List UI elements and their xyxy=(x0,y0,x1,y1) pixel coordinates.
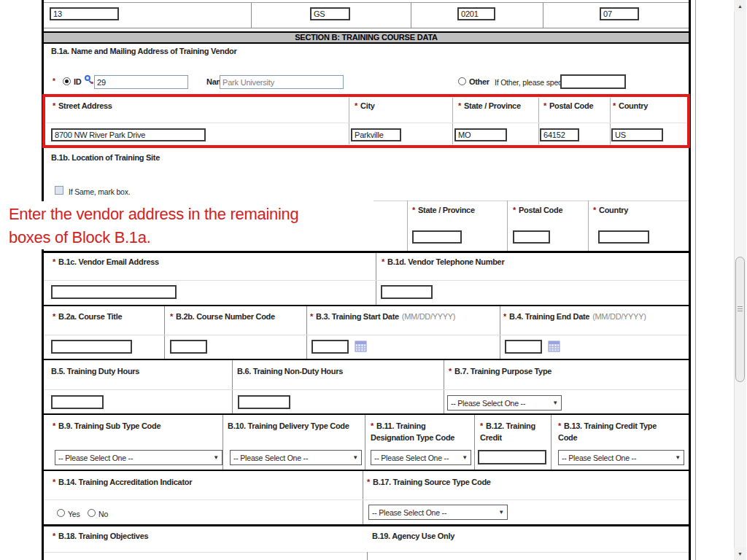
top-field-4[interactable] xyxy=(600,7,639,20)
country-input[interactable] xyxy=(611,128,663,141)
scrollbar-down-icon: ▼ xyxy=(738,551,743,556)
b17-source-select[interactable]: -- Please Select One --▼ xyxy=(368,505,508,520)
search-icon[interactable] xyxy=(85,75,95,85)
b14-no-radio[interactable] xyxy=(88,509,96,517)
b5-divider xyxy=(232,360,233,414)
b2-divider xyxy=(500,306,500,359)
street-input[interactable] xyxy=(51,128,206,141)
b9-bottom-border xyxy=(42,470,691,471)
b3-start-date-input[interactable] xyxy=(311,340,349,354)
b1a-other-radio[interactable] xyxy=(458,77,466,85)
b1d-phone-input[interactable] xyxy=(381,285,433,299)
b14-divider xyxy=(363,471,363,525)
b12-credit-input[interactable] xyxy=(478,450,546,464)
b12-title-line2: Credit xyxy=(480,433,502,442)
top-field-3[interactable] xyxy=(457,7,495,20)
b1a-id-label: ID xyxy=(74,77,81,86)
b1b-country-input[interactable] xyxy=(598,230,649,244)
b2b-title: *B.2b. Course Number Code xyxy=(170,312,275,321)
calendar-icon[interactable] xyxy=(355,340,367,352)
address-divider xyxy=(452,98,453,144)
b14-yes-radio[interactable] xyxy=(57,509,65,517)
calendar-icon[interactable] xyxy=(548,340,560,352)
content-frame-line xyxy=(695,0,696,560)
b1c-email-input[interactable] xyxy=(51,285,177,299)
b14-no-label: No xyxy=(98,510,108,518)
city-input[interactable] xyxy=(351,128,401,141)
b9-title: *B.9. Training Sub Type Code xyxy=(53,421,160,430)
section-b-header: SECTION B: TRAINING COURSE DATA xyxy=(44,31,689,44)
b2b-course-number-input[interactable] xyxy=(170,340,207,354)
b1a-id-input[interactable] xyxy=(94,75,188,89)
b1b-same-label: If Same, mark box. xyxy=(69,187,131,196)
b1a-name-input[interactable] xyxy=(220,75,344,89)
b4-end-date-input[interactable] xyxy=(505,340,542,354)
b6-title: B.6. Training Non-Duty Hours xyxy=(237,367,343,376)
b1c-title: *B.1c. Vendor Email Address xyxy=(53,257,159,266)
b1b-divider xyxy=(507,201,508,252)
city-label: *City xyxy=(355,101,375,110)
b9-divider xyxy=(365,415,365,470)
annotation-line-1: Enter the vendor address in the remainin… xyxy=(9,206,298,223)
b2-divider xyxy=(306,306,307,359)
b9-subtype-select[interactable]: -- Please Select One --▼ xyxy=(55,450,222,465)
top-row-divider xyxy=(543,2,543,28)
top-field-2[interactable] xyxy=(310,7,350,20)
b18-inner-line xyxy=(44,552,689,553)
form-right-border xyxy=(689,0,691,560)
b1b-state-label: *State / Province xyxy=(412,206,475,214)
b1b-inner-line xyxy=(374,201,689,201)
top-row-bottom-line xyxy=(44,28,689,28)
b2a-course-title-input[interactable] xyxy=(51,340,132,354)
b1b-postal-label: *Postal Code xyxy=(513,206,562,214)
b14-inner-line xyxy=(44,499,689,500)
sf182-form-page: SECTION B: TRAINING COURSE DATA B.1a. Na… xyxy=(0,0,747,560)
address-divider xyxy=(349,98,349,144)
b13-credit-type-select[interactable]: -- Please Select One --▼ xyxy=(558,450,684,465)
scrollbar-down-button[interactable]: ▼ xyxy=(734,548,746,560)
top-field-1[interactable] xyxy=(50,7,119,20)
b14-bottom-border xyxy=(42,524,691,526)
b1b-postal-input[interactable] xyxy=(513,230,550,244)
b13-title-line2: Code xyxy=(558,433,577,442)
state-input[interactable] xyxy=(454,128,507,141)
b2-divider xyxy=(164,306,165,359)
postal-label: *Postal Code xyxy=(543,101,593,110)
b2a-title: *B.2a. Course Title xyxy=(53,312,122,321)
b11-title-line1: *B.11. Training xyxy=(371,421,425,430)
scrollbar-thumb[interactable] xyxy=(735,257,745,382)
b14-yes-label: Yes xyxy=(68,510,80,518)
top-row-divider xyxy=(251,2,252,28)
b4-title: *B.4. Training End Date(MM/DD/YYYY) xyxy=(503,312,646,321)
address-divider xyxy=(610,98,611,144)
scrollbar-up-button[interactable]: ▲ xyxy=(734,0,746,12)
b11-designation-select[interactable]: -- Please Select One --▼ xyxy=(371,450,471,465)
b10-delivery-select[interactable]: -- Please Select One --▼ xyxy=(230,450,362,465)
address-divider xyxy=(538,98,539,144)
b7-purpose-select[interactable]: -- Please Select One --▼ xyxy=(447,395,562,411)
b1b-country-label: *Country xyxy=(593,206,628,214)
b2-bottom-border xyxy=(42,359,691,360)
b1d-title: *B.1d. Vendor Telephone Number xyxy=(382,257,504,266)
postal-input[interactable] xyxy=(540,128,579,141)
top-row-top-line xyxy=(44,2,689,3)
b18-divider xyxy=(367,552,368,560)
country-label: *Country xyxy=(613,101,648,110)
b1a-id-radio[interactable] xyxy=(63,77,71,85)
b6-nonduty-hours-input[interactable] xyxy=(238,395,290,409)
b1b-state-input[interactable] xyxy=(412,230,462,244)
b1c-divider xyxy=(376,253,376,305)
b17-title: *B.17. Training Source Type Code xyxy=(367,478,491,486)
b1a-other-input[interactable] xyxy=(560,74,626,89)
b5-bottom-border xyxy=(42,413,691,415)
b14-title: *B.14. Training Accreditation Indicator xyxy=(53,478,192,486)
b9-divider xyxy=(551,415,551,470)
scrollbar-grip xyxy=(738,308,743,309)
chevron-down-icon: ▼ xyxy=(552,400,558,406)
b1a-other-hint: If Other, please specify xyxy=(495,78,569,87)
b1b-same-checkbox[interactable] xyxy=(55,186,63,195)
b5-duty-hours-input[interactable] xyxy=(51,395,104,409)
b10-title: B.10. Training Delivery Type Code xyxy=(228,421,349,430)
b9-divider xyxy=(222,415,223,470)
chevron-down-icon: ▼ xyxy=(213,454,219,461)
